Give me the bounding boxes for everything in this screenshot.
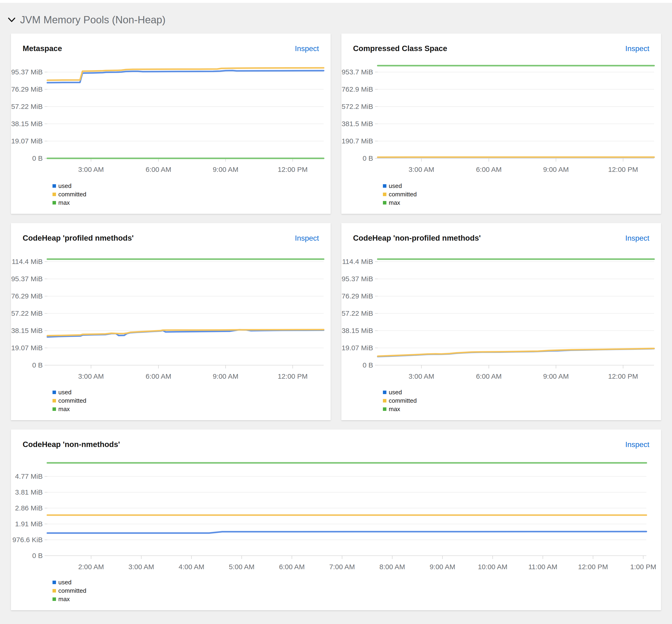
svg-text:12:00 PM: 12:00 PM (608, 372, 638, 380)
svg-text:572.2 MiB: 572.2 MiB (342, 103, 373, 110)
chart-legend: used committed max (52, 182, 329, 207)
panel-title: Compressed Class Space (353, 44, 447, 53)
svg-text:2:00 AM: 2:00 AM (78, 563, 104, 571)
svg-text:9:00 AM: 9:00 AM (429, 563, 455, 571)
used-swatch-icon (383, 184, 387, 188)
svg-text:12:00 PM: 12:00 PM (578, 563, 608, 571)
svg-text:762.9 MiB: 762.9 MiB (342, 85, 373, 93)
svg-text:190.7 MiB: 190.7 MiB (342, 137, 373, 145)
svg-text:3.81 MiB: 3.81 MiB (15, 488, 43, 496)
svg-text:0 B: 0 B (32, 154, 43, 162)
committed-swatch-icon (383, 192, 387, 196)
svg-text:57.22 MiB: 57.22 MiB (11, 309, 43, 317)
legend-item-committed: committed (52, 396, 329, 405)
committed-swatch-icon (52, 589, 56, 593)
svg-text:38.15 MiB: 38.15 MiB (11, 120, 43, 128)
svg-text:12:00 PM: 12:00 PM (608, 165, 638, 173)
legend-item-committed: committed (52, 190, 329, 199)
svg-text:4.77 MiB: 4.77 MiB (15, 472, 43, 480)
max-swatch-icon (383, 201, 387, 205)
svg-text:19.07 MiB: 19.07 MiB (11, 137, 43, 145)
inspect-link[interactable]: Inspect (295, 234, 319, 242)
legend-item-used: used (52, 388, 329, 396)
section-header[interactable]: JVM Memory Pools (Non-Heap) (0, 3, 672, 28)
svg-text:9:00 AM: 9:00 AM (213, 372, 239, 380)
chart-legend: used committed max (383, 182, 659, 207)
svg-text:76.29 MiB: 76.29 MiB (11, 85, 43, 93)
codeheap-non-profiled-chart[interactable]: 0 B19.07 MiB38.15 MiB57.22 MiB76.29 MiB9… (343, 246, 659, 386)
panel-codeheap-non-profiled-nmethods: CodeHeap 'non-profiled nmethods' Inspect… (341, 223, 661, 420)
svg-text:57.22 MiB: 57.22 MiB (11, 103, 43, 110)
svg-text:12:00 PM: 12:00 PM (278, 372, 307, 380)
svg-text:6:00 AM: 6:00 AM (279, 563, 305, 571)
chart-legend: used committed max (383, 388, 659, 413)
panel-codeheap-profiled-nmethods: CodeHeap 'profiled nmethods' Inspect 0 B… (11, 223, 331, 420)
svg-text:6:00 AM: 6:00 AM (476, 165, 502, 173)
max-swatch-icon (383, 407, 387, 411)
svg-text:95.37 MiB: 95.37 MiB (342, 275, 373, 283)
legend-item-committed: committed (383, 396, 659, 405)
svg-text:9:00 AM: 9:00 AM (213, 165, 239, 173)
svg-text:3:00 AM: 3:00 AM (408, 372, 434, 380)
svg-text:0 B: 0 B (32, 361, 43, 369)
svg-text:12:00 PM: 12:00 PM (278, 165, 307, 173)
committed-swatch-icon (52, 399, 56, 402)
svg-text:7:00 AM: 7:00 AM (329, 563, 355, 571)
committed-swatch-icon (52, 192, 56, 196)
svg-text:10:00 AM: 10:00 AM (478, 563, 507, 571)
inspect-link[interactable]: Inspect (295, 44, 319, 53)
legend-item-committed: committed (52, 587, 659, 595)
svg-text:6:00 AM: 6:00 AM (146, 165, 171, 173)
legend-item-used: used (383, 388, 659, 396)
max-swatch-icon (52, 201, 56, 205)
legend-item-used: used (52, 182, 329, 190)
svg-text:953.7 MiB: 953.7 MiB (342, 68, 373, 76)
chevron-down-icon[interactable] (8, 17, 16, 22)
previous-panel-edge (0, 0, 672, 3)
svg-text:4:00 AM: 4:00 AM (179, 563, 204, 571)
legend-item-max: max (52, 199, 329, 207)
panel-metaspace: Metaspace Inspect 0 B19.07 MiB38.15 MiB5… (11, 33, 331, 214)
svg-text:9:00 AM: 9:00 AM (543, 165, 569, 173)
svg-text:0 B: 0 B (32, 552, 43, 560)
committed-swatch-icon (383, 399, 387, 402)
inspect-link[interactable]: Inspect (625, 44, 649, 53)
panel-title: CodeHeap 'non-profiled nmethods' (353, 234, 481, 242)
panel-title: CodeHeap 'non-nmethods' (23, 440, 120, 449)
legend-item-committed: committed (383, 190, 659, 199)
svg-text:0 B: 0 B (363, 154, 373, 162)
svg-text:76.29 MiB: 76.29 MiB (11, 292, 43, 300)
legend-item-used: used (52, 578, 659, 587)
svg-text:114.4 MiB: 114.4 MiB (342, 258, 373, 265)
max-swatch-icon (52, 597, 56, 601)
legend-item-max: max (383, 199, 659, 207)
legend-item-max: max (52, 405, 329, 413)
svg-text:3:00 AM: 3:00 AM (128, 563, 154, 571)
svg-text:5:00 AM: 5:00 AM (229, 563, 254, 571)
metaspace-chart[interactable]: 0 B19.07 MiB38.15 MiB57.22 MiB76.29 MiB9… (13, 56, 329, 179)
svg-text:1:00 PM: 1:00 PM (630, 563, 656, 571)
used-swatch-icon (52, 391, 56, 394)
svg-text:95.37 MiB: 95.37 MiB (11, 68, 43, 76)
svg-text:19.07 MiB: 19.07 MiB (342, 344, 373, 352)
section-title: JVM Memory Pools (Non-Heap) (20, 14, 166, 26)
svg-text:3:00 AM: 3:00 AM (78, 165, 104, 173)
svg-text:38.15 MiB: 38.15 MiB (11, 327, 43, 334)
inspect-link[interactable]: Inspect (625, 440, 649, 449)
svg-text:3:00 AM: 3:00 AM (78, 372, 104, 380)
legend-item-max: max (383, 405, 659, 413)
used-swatch-icon (52, 184, 56, 188)
svg-text:976.6 KiB: 976.6 KiB (13, 536, 43, 544)
compressed-class-space-chart[interactable]: 0 B190.7 MiB381.5 MiB572.2 MiB762.9 MiB9… (343, 56, 659, 179)
codeheap-non-nmethods-chart[interactable]: 0 B976.6 KiB1.91 MiB2.86 MiB3.81 MiB4.77… (13, 456, 659, 576)
svg-text:57.22 MiB: 57.22 MiB (342, 309, 373, 317)
panel-codeheap-non-nmethods: CodeHeap 'non-nmethods' Inspect 0 B976.6… (11, 430, 661, 610)
svg-text:19.07 MiB: 19.07 MiB (11, 344, 43, 352)
dashboard-grid: Metaspace Inspect 0 B19.07 MiB38.15 MiB5… (11, 33, 661, 610)
inspect-link[interactable]: Inspect (625, 234, 649, 242)
used-swatch-icon (383, 391, 387, 394)
svg-text:1.91 MiB: 1.91 MiB (15, 520, 43, 528)
chart-legend: used committed max (52, 388, 329, 413)
codeheap-profiled-chart[interactable]: 0 B19.07 MiB38.15 MiB57.22 MiB76.29 MiB9… (13, 246, 329, 386)
svg-text:381.5 MiB: 381.5 MiB (342, 120, 373, 128)
